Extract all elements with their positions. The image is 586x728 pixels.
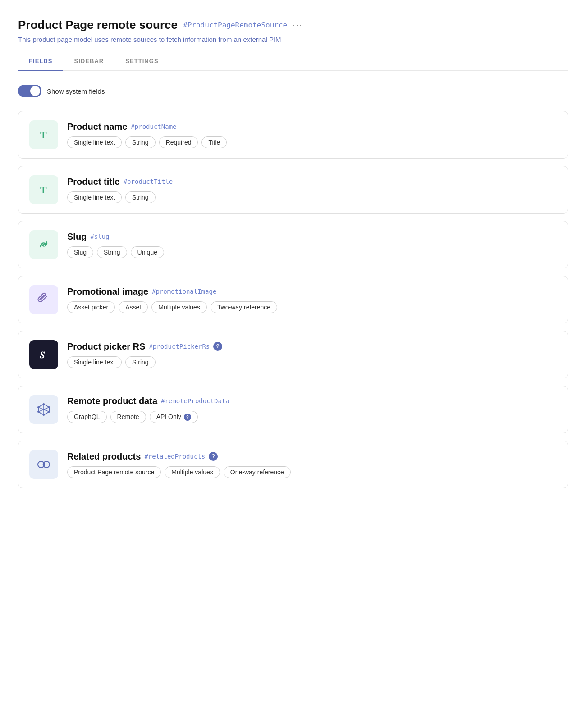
field-icon-product-title: T xyxy=(29,175,58,204)
field-card-product-name: T Product name #productName Single line … xyxy=(18,111,568,159)
field-hash-label: #productTitle xyxy=(124,178,173,185)
field-card-remote-product-data: Remote product data #remoteProductData G… xyxy=(18,386,568,433)
field-tags-promotional-image: Asset picker Asset Multiple values Two-w… xyxy=(67,301,557,313)
field-icon-product-picker-rs: 𝑺 xyxy=(29,340,58,369)
fields-list: T Product name #productName Single line … xyxy=(18,111,568,488)
field-info-promotional-image: Promotional image #promotionalImage Asse… xyxy=(67,287,557,313)
svg-point-8 xyxy=(48,406,50,408)
field-info-product-title: Product title #productTitle Single line … xyxy=(67,177,557,203)
svg-text:T: T xyxy=(40,184,47,196)
tag: Asset picker xyxy=(67,301,115,313)
field-info-related-products: Related products #relatedProducts ? Prod… xyxy=(67,451,557,478)
page-subtitle: This product page model uses remote sour… xyxy=(18,36,568,43)
tag: API Only ? xyxy=(150,411,198,423)
field-info-remote-product-data: Remote product data #remoteProductData G… xyxy=(67,396,557,423)
field-card-slug: Slug #slug Slug String Unique xyxy=(18,221,568,268)
field-icon-related-products xyxy=(29,450,58,479)
field-card-product-title: T Product title #productTitle Single lin… xyxy=(18,166,568,214)
tabs-nav: FIELDS SIDEBAR SETTINGS xyxy=(18,52,568,71)
svg-text:𝑺: 𝑺 xyxy=(39,350,45,360)
tag: Multiple values xyxy=(151,301,207,313)
field-card-product-picker-rs: 𝑺 Product picker RS #productPickerRs ? S… xyxy=(18,331,568,378)
svg-point-10 xyxy=(43,414,45,416)
field-hash-label: #productPickerRs xyxy=(149,343,210,350)
page-title: Product Page remote source xyxy=(18,18,178,32)
field-icon-slug xyxy=(29,230,58,259)
help-icon[interactable]: ? xyxy=(209,452,218,461)
field-name-label: Product picker RS xyxy=(67,341,145,352)
field-tags-related-products: Product Page remote source Multiple valu… xyxy=(67,466,557,478)
svg-point-12 xyxy=(37,406,39,408)
field-info-product-picker-rs: Product picker RS #productPickerRs ? Sin… xyxy=(67,341,557,368)
help-icon[interactable]: ? xyxy=(213,342,222,351)
field-icon-remote-product-data xyxy=(29,395,58,424)
tag: Single line text xyxy=(67,356,122,368)
field-name-label: Slug xyxy=(67,232,87,242)
field-hash-label: #slug xyxy=(90,233,109,240)
field-tags-slug: Slug String Unique xyxy=(67,246,557,258)
toggle-label: Show system fields xyxy=(47,87,105,95)
field-name-label: Remote product data xyxy=(67,396,157,406)
field-icon-promotional-image xyxy=(29,285,58,314)
field-name-label: Product title xyxy=(67,177,120,187)
tag: Single line text xyxy=(67,191,122,203)
header: Product Page remote source #ProductPageR… xyxy=(18,18,568,43)
tag: String xyxy=(125,356,156,368)
field-tags-product-title: Single line text String xyxy=(67,191,557,203)
field-tags-product-picker-rs: Single line text String xyxy=(67,356,557,368)
field-hash-label: #productName xyxy=(131,123,176,130)
tag: Slug xyxy=(67,246,93,258)
system-fields-toggle[interactable] xyxy=(18,85,41,97)
tag: Remote xyxy=(110,411,146,423)
field-hash-label: #relatedProducts xyxy=(144,453,205,460)
field-name-label: Related products xyxy=(67,451,141,462)
field-name-label: Promotional image xyxy=(67,287,148,297)
field-hash-label: #remoteProductData xyxy=(161,397,229,405)
field-hash-label: #promotionalImage xyxy=(152,288,216,295)
field-icon-product-name: T xyxy=(29,120,58,149)
tab-sidebar[interactable]: SIDEBAR xyxy=(63,52,114,71)
svg-point-9 xyxy=(48,411,50,413)
tag: Two-way reference xyxy=(211,301,277,313)
tag: String xyxy=(97,246,127,258)
page-hash-id: #ProductPageRemoteSource xyxy=(183,21,287,29)
field-info-slug: Slug #slug Slug String Unique xyxy=(67,232,557,258)
field-card-related-products: Related products #relatedProducts ? Prod… xyxy=(18,441,568,488)
field-card-promotional-image: Promotional image #promotionalImage Asse… xyxy=(18,276,568,323)
svg-point-7 xyxy=(43,403,45,405)
field-name-label: Product name xyxy=(67,122,127,132)
tag: GraphQL xyxy=(67,411,107,423)
tag: Title xyxy=(201,136,227,148)
more-options-icon[interactable]: ··· xyxy=(293,20,303,30)
field-tags-product-name: Single line text String Required Title xyxy=(67,136,557,148)
tag: String xyxy=(125,191,156,203)
tag: Asset xyxy=(119,301,148,313)
tag: Multiple values xyxy=(165,466,220,478)
tab-fields[interactable]: FIELDS xyxy=(18,52,63,71)
tab-settings[interactable]: SETTINGS xyxy=(114,52,169,71)
tag: Single line text xyxy=(67,136,122,148)
tag: Product Page remote source xyxy=(67,466,161,478)
tag: Required xyxy=(159,136,198,148)
svg-point-11 xyxy=(37,411,39,413)
field-tags-remote-product-data: GraphQL Remote API Only ? xyxy=(67,411,557,423)
field-info-product-name: Product name #productName Single line te… xyxy=(67,122,557,148)
tag: String xyxy=(125,136,156,148)
svg-text:T: T xyxy=(40,129,47,141)
system-fields-toggle-row: Show system fields xyxy=(18,85,568,97)
tag: One-way reference xyxy=(224,466,291,478)
tag: Unique xyxy=(131,246,164,258)
